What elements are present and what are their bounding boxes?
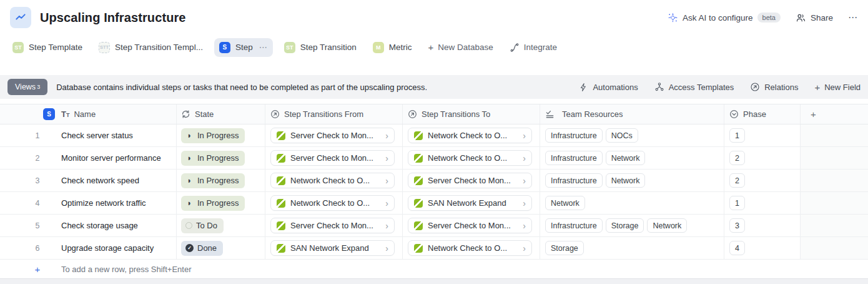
linked-record[interactable]: Server Check to Mon...› [270,128,395,143]
phase-value: 3 [729,218,745,233]
column-header-state[interactable]: State [177,104,265,124]
table-badge: S [219,42,230,53]
relations-button[interactable]: Relations [750,82,798,92]
cell-state[interactable]: In Progress [177,170,265,191]
tab-step-template[interactable]: ST Step Template [7,38,87,57]
cell-state[interactable]: In Progress [177,124,265,146]
integrate-button[interactable]: Integrate [505,39,562,56]
table-tab-bar: ST Step Template STT Step Transition Tem… [0,35,868,59]
cell-team-resources[interactable]: Network [540,192,724,214]
linked-record[interactable]: Network Check to O...› [408,240,532,256]
column-header-transitions-from[interactable]: Step Transitions From [265,104,403,124]
linked-record[interactable]: Server Check to Mon...› [270,218,395,233]
cell-phase[interactable]: 3 [724,215,801,236]
automations-label: Automations [593,83,638,92]
phase-value: 4 [729,241,745,255]
tab-label: Step [235,43,253,52]
chevron-right-icon: › [385,243,388,253]
chevron-right-icon: › [523,243,526,253]
views-button[interactable]: Views3 [7,79,47,95]
column-header-phase[interactable]: Phase [724,104,801,124]
tab-step-transition[interactable]: ST Step Transition [279,38,362,57]
resource-tag: Network [647,218,687,233]
resource-tag: Storage [606,218,644,233]
base-logo[interactable] [10,7,31,28]
tab-more-icon[interactable]: ⋯ [259,43,268,52]
cell-name[interactable]: Upgrade storage capacity [57,237,177,259]
cell-name[interactable]: Monitor server performance [57,147,177,169]
table-description: Database contains individual steps or ta… [56,83,427,92]
phase-value: 2 [729,151,745,165]
cell-transitions-from[interactable]: Server Check to Mon...› [265,124,403,146]
row-number: 6 [0,237,57,259]
column-header-team-resources[interactable]: Team Resources [540,104,724,124]
more-menu-button[interactable]: ⋯ [848,12,858,23]
new-database-button[interactable]: + New Database [423,38,498,56]
add-row-bar[interactable]: + To add a new row, press Shift+Enter [0,260,868,279]
cell-transitions-from[interactable]: Network Check to O...› [265,192,403,214]
cell-transitions-to[interactable]: Server Check to Mon...› [403,215,540,236]
column-label: Step Transitions From [284,109,363,119]
cell-transitions-from[interactable]: Network Check to O...› [265,170,403,191]
access-templates-button[interactable]: Access Templates [654,82,734,92]
cell-transitions-to[interactable]: Network Check to O...› [403,237,540,259]
cell-phase[interactable]: 1 [724,192,801,214]
cell-name[interactable]: Check server status [57,124,177,146]
cell-name[interactable]: Optimize network traffic [57,192,177,214]
cell-transitions-from[interactable]: SAN Network Expand› [265,237,403,259]
resource-tag: Infrastructure [545,151,603,165]
cell-state[interactable]: Done [177,237,265,259]
linked-record[interactable]: Network Check to O...› [270,195,395,211]
cell-name[interactable]: Check network speed [57,170,177,191]
row-number: 5 [0,215,57,236]
add-field-column[interactable]: + [801,104,868,124]
tab-step[interactable]: S Step ⋯ [214,38,273,57]
cell-transitions-from[interactable]: Server Check to Mon...› [265,147,403,169]
cell-team-resources[interactable]: Infrastructure Network [540,170,724,191]
cell-phase[interactable]: 2 [724,170,801,191]
cell-team-resources[interactable]: Infrastructure Storage Network [540,215,724,236]
cell-name[interactable]: Check storage usage [57,215,177,236]
automations-button[interactable]: Automations [579,83,638,92]
cell-transitions-to[interactable]: Network Check to O...› [403,147,540,169]
linked-record[interactable]: SAN Network Expand› [270,240,395,256]
bottom-strip [0,279,868,284]
cell-transitions-to[interactable]: Server Check to Mon...› [403,170,540,191]
ask-ai-button[interactable]: Ask AI to configure beta [668,13,781,23]
cell-state[interactable]: In Progress [177,192,265,214]
column-header-name[interactable]: TT Name [57,104,177,124]
tab-step-transition-template[interactable]: STT Step Transition Templ... [94,38,208,57]
table-badge: ST [12,42,24,53]
cell-transitions-from[interactable]: Server Check to Mon...› [265,215,403,236]
row-name-text: Check network speed [61,176,139,185]
column-header-transitions-to[interactable]: Step Transitions To [403,104,540,124]
integrate-icon [510,43,520,53]
cell-team-resources[interactable]: Storage [540,237,724,259]
cell-team-resources[interactable]: Infrastructure NOCs [540,124,724,146]
cell-team-resources[interactable]: Infrastructure Network [540,147,724,169]
cell-state[interactable]: To Do [177,215,265,236]
cell-phase[interactable]: 4 [724,237,801,259]
linked-record[interactable]: Server Check to Mon...› [408,218,532,233]
access-templates-label: Access Templates [669,83,734,92]
cell-transitions-to[interactable]: Network Check to O...› [403,124,540,146]
linked-record[interactable]: Network Check to O...› [408,150,532,166]
cell-phase[interactable]: 2 [724,147,801,169]
linked-record[interactable]: Network Check to O...› [408,128,532,143]
linked-record[interactable]: Network Check to O...› [270,173,395,188]
share-button[interactable]: Share [796,13,833,23]
phase-value: 2 [729,173,745,188]
tab-label: Metric [389,43,412,52]
cell-transitions-to[interactable]: SAN Network Expand› [403,192,540,214]
linked-record[interactable]: Server Check to Mon...› [270,150,395,166]
cell-state[interactable]: In Progress [177,147,265,169]
linked-record[interactable]: Server Check to Mon...› [408,173,532,188]
tab-metric[interactable]: M Metric [368,38,417,57]
cell-phase[interactable]: 1 [724,124,801,146]
record-icon [277,154,285,163]
add-row-plus-icon[interactable]: + [0,264,57,275]
state-label: In Progress [197,176,239,185]
linked-record[interactable]: SAN Network Expand› [408,195,532,211]
chart-line-icon [14,11,27,24]
new-field-button[interactable]: + New Field [814,82,861,93]
